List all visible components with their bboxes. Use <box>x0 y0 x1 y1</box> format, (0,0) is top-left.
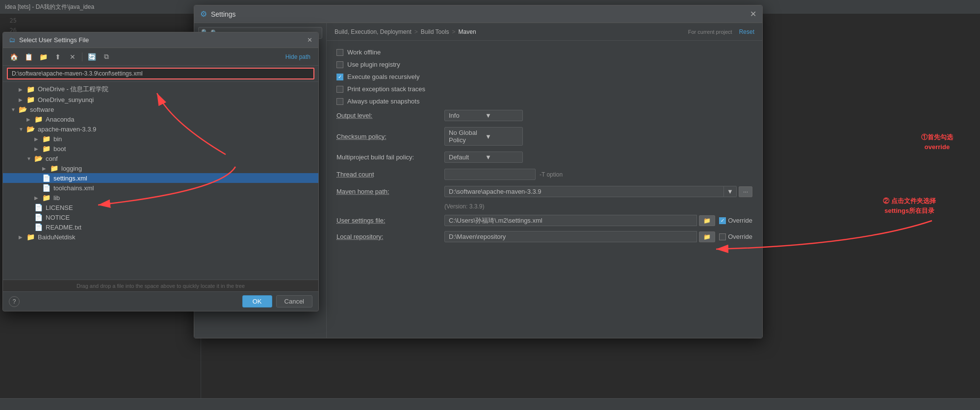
tree-label-onedrive1: OneDrive - 信息工程学院 <box>38 85 108 94</box>
tree-label-logging: logging <box>61 165 82 172</box>
tree-item-onedrive2[interactable]: ▶ 📁 OneDrive_sunyunqi <box>3 95 318 104</box>
folder-icon-lib: 📁 <box>42 194 51 202</box>
cancel-button[interactable]: Cancel <box>276 295 312 308</box>
tree-item-bin[interactable]: ▶ 📁 bin <box>3 134 318 144</box>
tree-label-conf: conf <box>46 155 58 162</box>
work-offline-checkbox-row: Work offline <box>336 49 752 56</box>
tree-item-baidunetdisk[interactable]: ▶ 📁 BaiduNetdisk <box>3 232 318 242</box>
toolbar-delete-btn[interactable]: ✕ <box>66 50 79 64</box>
toolbar-copy-btn[interactable]: 📋 <box>22 50 35 64</box>
execute-goals-checkbox[interactable]: ✓ <box>336 74 343 80</box>
checksum-policy-dropdown[interactable]: No Global Policy ▼ <box>444 127 523 146</box>
tree-item-notice[interactable]: 📄 NOTICE <box>3 212 318 222</box>
work-offline-label: Work offline <box>347 49 381 56</box>
file-selector-icon: 🗂 <box>9 36 15 44</box>
maven-home-dropdown-btn[interactable]: ▼ <box>724 186 737 197</box>
thread-count-input[interactable] <box>444 169 536 180</box>
folder-icon-boot: 📁 <box>42 145 51 153</box>
settings-icon: ⚙ <box>200 9 207 19</box>
print-exception-label: Print exception stack traces <box>347 85 425 93</box>
tree-arrow-maven: ▼ <box>19 127 25 132</box>
tree-label-notice: NOTICE <box>46 214 70 221</box>
tree-label-settings-xml: settings.xml <box>53 175 87 182</box>
toolbar-up-btn[interactable]: ⬆ <box>51 50 65 64</box>
maven-home-row: Maven home path: ▼ ··· <box>336 186 752 197</box>
user-settings-override-checkbox[interactable]: ✓ <box>719 217 726 224</box>
maven-home-browse-btn[interactable]: ··· <box>739 186 752 197</box>
toolbar-refresh-btn[interactable]: 🔄 <box>85 50 99 64</box>
folder-icon-software: 📂 <box>19 105 27 113</box>
breadcrumb-sep1: > <box>414 28 418 35</box>
print-exception-checkbox[interactable] <box>336 86 343 93</box>
tree-item-software[interactable]: ▼ 📂 software <box>3 104 318 114</box>
print-exception-checkbox-row: Print exception stack traces <box>336 85 752 93</box>
xml-icon-settings: 📄 <box>42 174 51 182</box>
tree-item-onedrive1[interactable]: ▶ 📁 OneDrive - 信息工程学院 <box>3 84 318 95</box>
tree-item-license[interactable]: 📄 LICENSE <box>3 203 318 212</box>
code-line-25: 25 <box>2 16 199 26</box>
tree-arrow-lib: ▶ <box>34 195 40 201</box>
folder-icon-onedrive1: 📁 <box>26 85 35 93</box>
checksum-policy-value: No Global Policy <box>449 129 482 144</box>
tree-arrow-software: ▼ <box>11 107 17 112</box>
file-selector-title-bar: 🗂 Select User Settings File ✕ <box>3 32 318 48</box>
tree-item-anaconda[interactable]: ▶ 📁 Anaconda <box>3 114 318 124</box>
file-icon-notice: 📄 <box>34 213 43 221</box>
maven-home-input[interactable] <box>444 186 724 197</box>
ok-button[interactable]: OK <box>242 295 272 308</box>
output-level-dropdown[interactable]: Info ▼ <box>444 110 523 121</box>
folder-icon-onedrive2: 📁 <box>26 96 35 103</box>
tree-label-license: LICENSE <box>46 204 73 211</box>
file-tree: ▶ 📁 OneDrive - 信息工程学院 ▶ 📁 OneDrive_sunyu… <box>3 82 318 280</box>
local-repo-browse-btn[interactable]: 📁 <box>699 231 715 242</box>
settings-title: ⚙ Settings <box>200 9 236 19</box>
user-settings-input[interactable] <box>444 215 697 226</box>
toolbar-expand-btn[interactable]: ⧉ <box>100 50 113 64</box>
settings-close-button[interactable]: ✕ <box>750 9 756 19</box>
folder-icon-baidunetdisk: 📁 <box>26 233 35 241</box>
toolbar-separator-1 <box>82 52 82 61</box>
breadcrumb-tag: For current project <box>688 29 732 35</box>
settings-content: Work offline Use plugin registry ✓ Execu… <box>327 41 762 338</box>
path-bar-input[interactable] <box>7 68 314 79</box>
settings-right-panel: Build, Execution, Deployment > Build Too… <box>327 23 762 338</box>
xml-icon-toolchains: 📄 <box>42 184 51 192</box>
local-repo-input[interactable] <box>444 231 697 242</box>
folder-icon-maven: 📂 <box>26 125 35 133</box>
tree-arrow-logging: ▶ <box>42 166 48 171</box>
multiproject-dropdown[interactable]: Default ▼ <box>444 152 523 163</box>
tree-item-conf[interactable]: ▼ 📂 conf <box>3 154 318 163</box>
tree-item-lib[interactable]: ▶ 📁 lib <box>3 193 318 203</box>
help-button[interactable]: ? <box>9 296 20 307</box>
user-settings-override-label: Override <box>728 217 752 224</box>
always-update-checkbox-row: Always update snapshots <box>336 98 752 105</box>
hide-path-button[interactable]: Hide path <box>282 51 314 62</box>
toolbar-folder-btn[interactable]: 📁 <box>36 50 50 64</box>
always-update-label: Always update snapshots <box>347 98 419 105</box>
check-mark: ✓ <box>338 74 342 79</box>
tree-label-toolchains-xml: toolchains.xml <box>53 184 94 192</box>
folder-icon-conf: 📂 <box>34 154 43 162</box>
output-level-label: Output level: <box>336 112 444 119</box>
checksum-policy-row: Checksum policy: No Global Policy ▼ <box>336 127 752 146</box>
use-plugin-checkbox[interactable] <box>336 61 343 68</box>
use-plugin-checkbox-row: Use plugin registry <box>336 61 752 68</box>
user-settings-browse-btn[interactable]: 📁 <box>699 215 715 226</box>
output-level-arrow: ▼ <box>485 112 518 119</box>
tree-item-settings-xml[interactable]: 📄 settings.xml <box>3 173 318 183</box>
execute-goals-label: Execute goals recursively <box>347 73 419 80</box>
tree-item-maven[interactable]: ▼ 📂 apache-maven-3.3.9 <box>3 124 318 134</box>
tree-item-logging[interactable]: ▶ 📁 logging <box>3 163 318 173</box>
always-update-checkbox[interactable] <box>336 98 343 105</box>
file-selector-close-button[interactable]: ✕ <box>307 36 312 44</box>
reset-button[interactable]: Reset <box>739 28 754 35</box>
toolbar-home-btn[interactable]: 🏠 <box>7 50 21 64</box>
local-repo-override-checkbox[interactable] <box>719 233 726 240</box>
user-settings-label: User settings file: <box>336 217 444 224</box>
tree-arrow-onedrive2: ▶ <box>19 97 25 102</box>
ide-title: idea [tets] - DA我的文件\java_idea <box>5 3 94 11</box>
work-offline-checkbox[interactable] <box>336 49 343 56</box>
tree-item-readme[interactable]: 📄 README.txt <box>3 222 318 232</box>
tree-item-toolchains-xml[interactable]: 📄 toolchains.xml <box>3 183 318 193</box>
tree-item-boot[interactable]: ▶ 📁 boot <box>3 144 318 154</box>
